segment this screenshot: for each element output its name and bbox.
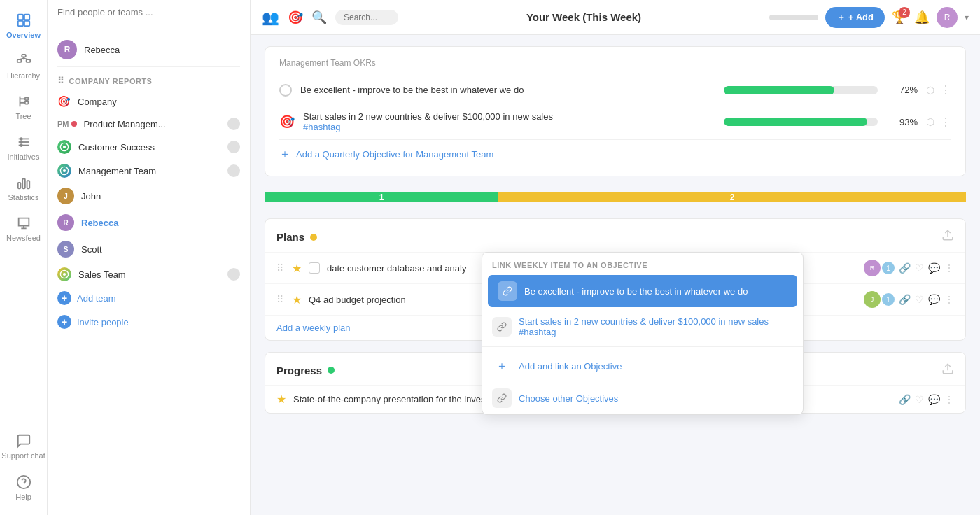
svg-rect-13	[24, 98, 28, 101]
plan-comment-icon-2[interactable]: 💬	[928, 294, 940, 305]
drag-handle-1[interactable]: ⠿	[276, 262, 284, 274]
link-item-label-2: Start sales in 2 new countries & deliver…	[519, 316, 793, 337]
search-box[interactable]	[48, 0, 250, 27]
sidebar-item-sales-team[interactable]: Sales Team	[48, 262, 250, 286]
okr-circle-1[interactable]	[279, 84, 292, 97]
bell-icon[interactable]: 🔔	[914, 10, 930, 25]
avatar-scott: S	[57, 241, 74, 258]
progress-upload-icon[interactable]	[941, 362, 954, 378]
plan-more-icon-2[interactable]: ⋮	[944, 294, 954, 305]
link-dropdown-item-3[interactable]: ＋ Add and link an Objective	[482, 350, 803, 382]
plans-title: Plans	[276, 231, 304, 243]
link-icon-1	[498, 281, 517, 301]
cs-badge	[227, 141, 240, 153]
sidebar-item-john[interactable]: J John	[48, 183, 250, 209]
sidebar-item-statistics[interactable]: Statistics	[0, 168, 47, 209]
external-link-icon-1[interactable]: ⬡	[926, 85, 934, 96]
link-dropdown-header: LINK WEEKLY ITEM TO AN OBJECTIVE	[482, 253, 803, 275]
link-icon-4	[492, 388, 512, 408]
svg-rect-23	[27, 181, 29, 188]
progress-more-icon-1[interactable]: ⋮	[944, 394, 954, 405]
okr-actions-1: ⬡ ⋮	[926, 83, 951, 97]
target-icon-topbar[interactable]: 🎯	[288, 10, 303, 25]
plan-heart-icon-2[interactable]: ♡	[915, 294, 924, 305]
link-dropdown: LINK WEEKLY ITEM TO AN OBJECTIVE Be exce…	[482, 252, 804, 415]
add-main-button[interactable]: ＋ + Add	[825, 7, 885, 28]
sidebar-item-customer-success[interactable]: Customer Success	[48, 135, 250, 159]
sidebar-item-support[interactable]: Support chat	[0, 426, 47, 467]
chevron-down-icon[interactable]: ▾	[965, 13, 969, 22]
topbar-right: ＋ + Add 🏆 2 🔔 R ▾	[769, 7, 969, 28]
okr-section: Management Team OKRs Be excellent - impr…	[265, 46, 966, 176]
notif-button[interactable]: 🏆 2	[892, 10, 907, 25]
external-link-icon-2[interactable]: ⬡	[926, 116, 934, 127]
sidebar-item-hierarchy[interactable]: Hierarchy	[0, 46, 47, 87]
sidebar-item-newsfeed[interactable]: Newsfeed	[0, 209, 47, 249]
topbar-search-input[interactable]	[335, 10, 398, 25]
okr-percent-1: 72%	[886, 85, 918, 95]
sidebar-item-help[interactable]: Help	[0, 467, 47, 508]
sidebar-item-tree[interactable]: Tree	[0, 87, 47, 127]
svg-rect-2	[18, 21, 22, 26]
progress-heart-icon-1[interactable]: ♡	[915, 394, 924, 405]
add-team-button[interactable]: + Add team	[48, 286, 250, 310]
progress-comment-icon-1[interactable]: 💬	[928, 394, 940, 405]
link-dropdown-item-2[interactable]: Start sales in 2 new countries & deliver…	[482, 310, 803, 344]
plan-link-icon-1[interactable]: 🔗	[899, 262, 911, 274]
people-icon[interactable]: 👥	[262, 9, 279, 26]
okr-section-title: Management Team OKRs	[279, 58, 951, 68]
star-icon-1[interactable]: ★	[292, 262, 302, 275]
svg-rect-22	[22, 179, 25, 189]
progress-actions-1: 🔗 ♡ 💬 ⋮	[899, 394, 954, 405]
plan-checkbox-1[interactable]	[309, 262, 320, 274]
plan-link-icon-2[interactable]: 🔗	[899, 294, 911, 305]
svg-rect-21	[18, 183, 20, 188]
sidebar-item-overview[interactable]: Overview	[0, 6, 47, 46]
nav-label-overview: Overview	[6, 31, 41, 39]
company-target-icon: 🎯	[57, 95, 71, 108]
progress-link-icon-1[interactable]: 🔗	[899, 394, 911, 405]
nav-label-initiatives: Initiatives	[8, 153, 40, 161]
link-item-label-4: Choose other Objectives	[519, 393, 618, 404]
company-reports-header: ⠿ COMPANY REPORTS	[48, 67, 250, 90]
progress-star-1[interactable]: ★	[276, 393, 286, 406]
link-dropdown-item-1[interactable]: Be excellent - improve to be the best in…	[488, 275, 797, 307]
sales-team-icon	[57, 267, 71, 281]
svg-rect-1	[24, 15, 29, 20]
pm-badge	[227, 118, 240, 130]
plus-icon-objective: ＋	[279, 147, 290, 162]
svg-point-31	[63, 169, 66, 172]
sidebar-item-company[interactable]: 🎯 Company	[48, 90, 250, 113]
sidebar-user-rebecca[interactable]: R Rebecca	[48, 33, 250, 66]
sidebar-item-product-mgmt[interactable]: PM Product Managem...	[48, 113, 250, 135]
plan-comment-icon-1[interactable]: 💬	[928, 262, 940, 274]
sidebar-item-initiatives[interactable]: Initiatives	[0, 127, 47, 168]
nav-label-statistics: Statistics	[8, 193, 38, 202]
svg-rect-5	[17, 59, 21, 62]
more-icon-2[interactable]: ⋮	[940, 115, 951, 129]
plans-upload-icon[interactable]	[941, 229, 954, 245]
okr-item-1: Be excellent - improve to be the best in…	[279, 76, 951, 104]
plan-heart-icon-1[interactable]: ♡	[915, 262, 924, 274]
plan-more-icon-1[interactable]: ⋮	[944, 262, 954, 274]
star-icon-2[interactable]: ★	[292, 293, 302, 306]
link-icon-2	[492, 317, 512, 337]
pm-icon: PM	[57, 120, 77, 128]
progress-bar-container-2	[724, 118, 878, 126]
sidebar-item-scott[interactable]: S Scott	[48, 236, 250, 262]
link-dropdown-item-4[interactable]: Choose other Objectives	[482, 382, 803, 414]
main-content: Management Team OKRs Be excellent - impr…	[251, 35, 980, 515]
search-icon-topbar[interactable]: 🔍	[312, 10, 327, 25]
plan-actions-2: J 1 🔗 ♡ 💬 ⋮	[864, 291, 954, 308]
more-icon-1[interactable]: ⋮	[940, 83, 951, 97]
user-avatar-topbar[interactable]: R	[937, 7, 958, 28]
plan-actions-1: R 1 🔗 ♡ 💬 ⋮	[864, 260, 954, 276]
search-input[interactable]	[57, 7, 240, 17]
sidebar-item-rebecca[interactable]: R Rebecca	[48, 209, 250, 236]
drag-handle-2[interactable]: ⠿	[276, 294, 284, 305]
add-objective-button[interactable]: ＋ Add a Quarterly Objective for Manageme…	[279, 140, 951, 164]
svg-point-20	[20, 144, 22, 146]
sales-badge	[227, 268, 240, 281]
invite-people-button[interactable]: + Invite people	[48, 310, 250, 334]
sidebar-item-management-team[interactable]: Management Team	[48, 159, 250, 183]
